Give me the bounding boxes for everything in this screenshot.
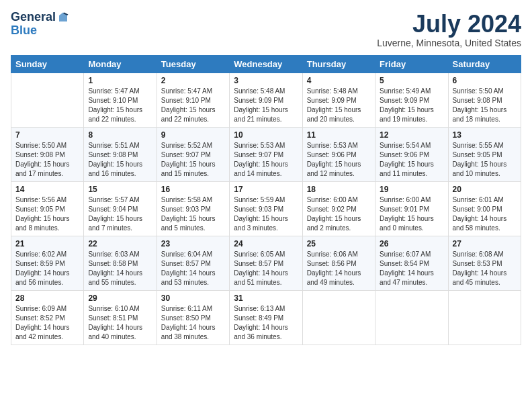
calendar-cell: 26Sunrise: 6:07 AM Sunset: 8:54 PM Dayli… xyxy=(375,236,448,290)
calendar-cell: 18Sunrise: 6:00 AM Sunset: 9:02 PM Dayli… xyxy=(302,181,375,236)
day-number: 23 xyxy=(161,239,225,248)
calendar-cell: 19Sunrise: 6:00 AM Sunset: 9:01 PM Dayli… xyxy=(375,181,448,236)
calendar-cell: 1Sunrise: 5:47 AM Sunset: 9:10 PM Daylig… xyxy=(84,73,157,127)
day-number: 19 xyxy=(380,185,443,194)
calendar-cell: 9Sunrise: 5:52 AM Sunset: 9:07 PM Daylig… xyxy=(157,127,229,181)
cell-content: Sunrise: 5:53 AM Sunset: 9:07 PM Dayligh… xyxy=(234,141,298,179)
day-number: 18 xyxy=(307,185,371,194)
cell-content: Sunrise: 6:09 AM Sunset: 8:52 PM Dayligh… xyxy=(15,304,79,342)
calendar-cell: 2Sunrise: 5:47 AM Sunset: 9:10 PM Daylig… xyxy=(157,73,229,127)
logo-general-text: General xyxy=(11,11,56,24)
calendar-cell: 30Sunrise: 6:11 AM Sunset: 8:50 PM Dayli… xyxy=(157,290,229,345)
day-number: 9 xyxy=(161,130,225,140)
title-area: July 2024 Luverne, Minnesota, United Sta… xyxy=(377,11,521,48)
cell-content: Sunrise: 6:13 AM Sunset: 8:49 PM Dayligh… xyxy=(234,304,298,342)
day-number: 6 xyxy=(453,76,517,85)
location-text: Luverne, Minnesota, United States xyxy=(377,38,521,48)
calendar-cell xyxy=(11,73,84,127)
cell-content: Sunrise: 5:48 AM Sunset: 9:09 PM Dayligh… xyxy=(234,87,298,124)
cell-content: Sunrise: 5:54 AM Sunset: 9:06 PM Dayligh… xyxy=(380,141,443,179)
day-number: 26 xyxy=(380,239,443,248)
calendar-cell: 20Sunrise: 6:01 AM Sunset: 9:00 PM Dayli… xyxy=(448,181,521,236)
calendar-cell: 10Sunrise: 5:53 AM Sunset: 9:07 PM Dayli… xyxy=(230,127,302,181)
day-header-monday: Monday xyxy=(84,55,157,73)
day-header-tuesday: Tuesday xyxy=(157,55,229,73)
day-number: 12 xyxy=(380,130,443,140)
day-number: 16 xyxy=(161,185,225,194)
day-header-saturday: Saturday xyxy=(448,55,521,73)
cell-content: Sunrise: 6:11 AM Sunset: 8:50 PM Dayligh… xyxy=(161,304,225,342)
calendar-cell: 27Sunrise: 6:08 AM Sunset: 8:53 PM Dayli… xyxy=(448,236,521,290)
month-year-title: July 2024 xyxy=(377,11,521,38)
calendar-cell: 22Sunrise: 6:03 AM Sunset: 8:58 PM Dayli… xyxy=(84,236,157,290)
calendar-week-5: 28Sunrise: 6:09 AM Sunset: 8:52 PM Dayli… xyxy=(11,290,521,345)
cell-content: Sunrise: 6:01 AM Sunset: 9:00 PM Dayligh… xyxy=(453,195,517,233)
day-number: 1 xyxy=(88,76,152,85)
calendar-cell xyxy=(448,290,521,345)
cell-content: Sunrise: 6:08 AM Sunset: 8:53 PM Dayligh… xyxy=(453,250,517,287)
cell-content: Sunrise: 5:48 AM Sunset: 9:09 PM Dayligh… xyxy=(307,87,371,124)
day-number: 5 xyxy=(380,76,443,85)
calendar-cell: 7Sunrise: 5:50 AM Sunset: 9:08 PM Daylig… xyxy=(11,127,84,181)
cell-content: Sunrise: 6:04 AM Sunset: 8:57 PM Dayligh… xyxy=(161,250,225,287)
day-number: 29 xyxy=(88,293,152,303)
day-number: 15 xyxy=(88,185,152,194)
calendar-cell: 11Sunrise: 5:53 AM Sunset: 9:06 PM Dayli… xyxy=(302,127,375,181)
calendar-week-2: 7Sunrise: 5:50 AM Sunset: 9:08 PM Daylig… xyxy=(11,127,521,181)
calendar-cell: 3Sunrise: 5:48 AM Sunset: 9:09 PM Daylig… xyxy=(230,73,302,127)
cell-content: Sunrise: 6:06 AM Sunset: 8:56 PM Dayligh… xyxy=(307,250,371,287)
cell-content: Sunrise: 5:59 AM Sunset: 9:03 PM Dayligh… xyxy=(234,195,298,233)
cell-content: Sunrise: 5:47 AM Sunset: 9:10 PM Dayligh… xyxy=(88,87,152,124)
day-number: 28 xyxy=(15,293,79,303)
calendar-cell: 14Sunrise: 5:56 AM Sunset: 9:05 PM Dayli… xyxy=(11,181,84,236)
cell-content: Sunrise: 5:50 AM Sunset: 9:08 PM Dayligh… xyxy=(15,141,79,179)
calendar-week-3: 14Sunrise: 5:56 AM Sunset: 9:05 PM Dayli… xyxy=(11,181,521,236)
cell-content: Sunrise: 6:00 AM Sunset: 9:01 PM Dayligh… xyxy=(380,195,443,233)
cell-content: Sunrise: 5:55 AM Sunset: 9:05 PM Dayligh… xyxy=(453,141,517,179)
cell-content: Sunrise: 5:56 AM Sunset: 9:05 PM Dayligh… xyxy=(15,195,79,233)
day-number: 31 xyxy=(234,293,298,303)
calendar-cell xyxy=(302,290,375,345)
calendar-cell: 13Sunrise: 5:55 AM Sunset: 9:05 PM Dayli… xyxy=(448,127,521,181)
day-number: 21 xyxy=(15,239,79,248)
calendar-cell: 15Sunrise: 5:57 AM Sunset: 9:04 PM Dayli… xyxy=(84,181,157,236)
logo-blue-text: Blue xyxy=(11,24,37,38)
calendar-cell: 6Sunrise: 5:50 AM Sunset: 9:08 PM Daylig… xyxy=(448,73,521,127)
calendar-cell: 24Sunrise: 6:05 AM Sunset: 8:57 PM Dayli… xyxy=(230,236,302,290)
day-number: 3 xyxy=(234,76,298,85)
calendar-cell: 12Sunrise: 5:54 AM Sunset: 9:06 PM Dayli… xyxy=(375,127,448,181)
calendar-cell: 17Sunrise: 5:59 AM Sunset: 9:03 PM Dayli… xyxy=(230,181,302,236)
calendar-cell: 29Sunrise: 6:10 AM Sunset: 8:51 PM Dayli… xyxy=(84,290,157,345)
day-number: 13 xyxy=(453,130,517,140)
cell-content: Sunrise: 5:50 AM Sunset: 9:08 PM Dayligh… xyxy=(453,87,517,124)
cell-content: Sunrise: 6:02 AM Sunset: 8:59 PM Dayligh… xyxy=(15,250,79,287)
day-number: 7 xyxy=(15,130,79,140)
cell-content: Sunrise: 5:52 AM Sunset: 9:07 PM Dayligh… xyxy=(161,141,225,179)
calendar-cell: 21Sunrise: 6:02 AM Sunset: 8:59 PM Dayli… xyxy=(11,236,84,290)
day-number: 17 xyxy=(234,185,298,194)
day-number: 14 xyxy=(15,185,79,194)
day-header-friday: Friday xyxy=(375,55,448,73)
days-header-row: SundayMondayTuesdayWednesdayThursdayFrid… xyxy=(11,55,521,73)
cell-content: Sunrise: 6:03 AM Sunset: 8:58 PM Dayligh… xyxy=(88,250,152,287)
day-number: 2 xyxy=(161,76,225,85)
calendar-body: 1Sunrise: 5:47 AM Sunset: 9:10 PM Daylig… xyxy=(11,73,521,345)
day-number: 11 xyxy=(307,130,371,140)
day-number: 22 xyxy=(88,239,152,248)
cell-content: Sunrise: 5:51 AM Sunset: 9:08 PM Dayligh… xyxy=(88,141,152,179)
day-number: 10 xyxy=(234,130,298,140)
day-number: 8 xyxy=(88,130,152,140)
calendar-cell: 16Sunrise: 5:58 AM Sunset: 9:03 PM Dayli… xyxy=(157,181,229,236)
calendar-cell: 28Sunrise: 6:09 AM Sunset: 8:52 PM Dayli… xyxy=(11,290,84,345)
cell-content: Sunrise: 6:10 AM Sunset: 8:51 PM Dayligh… xyxy=(88,304,152,342)
cell-content: Sunrise: 5:49 AM Sunset: 9:09 PM Dayligh… xyxy=(380,87,443,124)
day-header-thursday: Thursday xyxy=(302,55,375,73)
day-number: 25 xyxy=(307,239,371,248)
day-number: 30 xyxy=(161,293,225,303)
logo: General Blue xyxy=(11,11,69,38)
calendar-week-4: 21Sunrise: 6:02 AM Sunset: 8:59 PM Dayli… xyxy=(11,236,521,290)
day-number: 24 xyxy=(234,239,298,248)
cell-content: Sunrise: 6:07 AM Sunset: 8:54 PM Dayligh… xyxy=(380,250,443,287)
day-number: 20 xyxy=(453,185,517,194)
calendar-table: SundayMondayTuesdayWednesdayThursdayFrid… xyxy=(11,55,521,345)
